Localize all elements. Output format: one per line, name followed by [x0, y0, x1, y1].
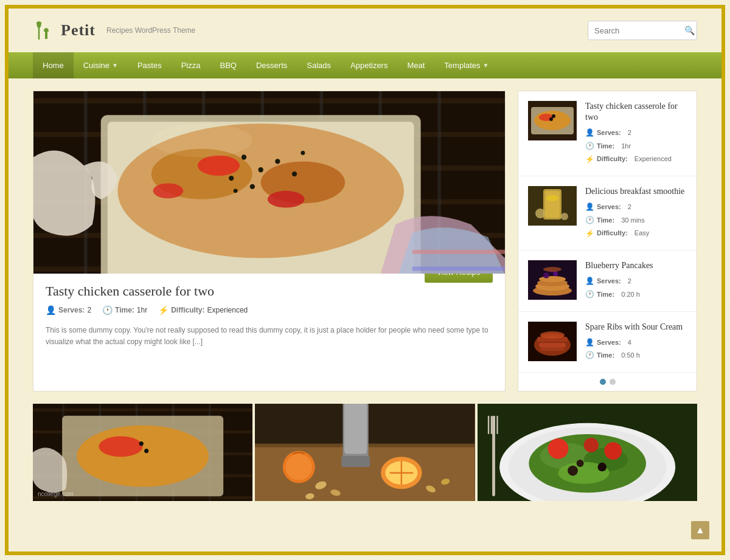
svg-point-22	[153, 183, 184, 198]
nav-item-home[interactable]: Home	[33, 52, 74, 78]
nav-item-pizza[interactable]: Pizza	[172, 52, 210, 78]
svg-rect-42	[545, 191, 560, 218]
svg-point-104	[568, 466, 578, 476]
svg-point-75	[139, 441, 144, 446]
chevron-down-icon-templates: ▼	[483, 62, 489, 69]
svg-point-27	[292, 171, 297, 176]
sidebar-recipe-4-title: Spare Ribs with Sour Cream	[585, 322, 687, 333]
nav-item-templates[interactable]: Templates▼	[434, 52, 498, 78]
nav-item-salads[interactable]: Salads	[297, 52, 341, 78]
nav-item-pastes[interactable]: Pastes	[128, 52, 172, 78]
sidebar-thumb-smoothie	[528, 186, 577, 226]
clock-icon: 🕐	[102, 305, 113, 315]
svg-point-24	[259, 167, 263, 172]
lightning-icon: ⚡	[585, 227, 594, 241]
clock-icon: 🕐	[585, 349, 594, 362]
featured-image	[33, 91, 505, 274]
person-icon: 👤	[585, 336, 594, 350]
svg-point-103	[583, 438, 598, 452]
watermark-1: ncollege.com	[38, 491, 74, 497]
svg-point-52	[553, 271, 558, 276]
sidebar-pagination	[518, 373, 697, 391]
sidebar-recipe-3-meta: 👤Serves: 2 🕐Time: 0:20 h	[585, 275, 687, 301]
site-title: Petit	[61, 21, 96, 40]
svg-rect-111	[496, 416, 498, 434]
sidebar-recipe-2-title: Delicious breakfast smoothie	[585, 186, 687, 197]
lightning-icon: ⚡	[585, 153, 594, 167]
header: Petit Recipes WordPress Theme 🔍	[9, 9, 721, 52]
svg-point-29	[301, 151, 305, 155]
nav-item-cuisine[interactable]: Cuisine▼	[74, 52, 128, 78]
sidebar-recipe-3-info: Blueberry Pancakes 👤Serves: 2 🕐Time: 0:2…	[585, 260, 687, 301]
serves-meta: 👤 Serves: 2	[46, 305, 91, 315]
bottom-thumb-2[interactable]	[255, 404, 474, 501]
svg-rect-109	[490, 416, 492, 434]
svg-rect-59	[540, 347, 565, 351]
person-icon: 👤	[585, 275, 594, 288]
person-icon: 👤	[585, 201, 594, 214]
person-icon: 👤	[585, 126, 594, 140]
svg-point-44	[535, 209, 545, 218]
svg-point-21	[268, 191, 305, 208]
lightning-icon: ⚡	[158, 305, 169, 315]
sidebar-recipe-4[interactable]: Spare Ribs with Sour Cream 👤Serves: 4 🕐T…	[518, 312, 697, 373]
sidebar-thumb-casserole	[528, 101, 577, 140]
svg-point-30	[234, 188, 238, 193]
svg-point-26	[275, 159, 280, 164]
pagination-dot-1[interactable]	[600, 379, 606, 385]
nav-item-meat[interactable]: Meat	[397, 52, 434, 78]
sidebar-recipe-1-title: Tasty chicken casserole for two	[585, 101, 687, 123]
back-to-top-button[interactable]: ▲	[691, 521, 709, 539]
svg-rect-82	[341, 456, 370, 467]
svg-point-28	[250, 184, 255, 189]
chevron-down-icon: ▼	[112, 62, 118, 69]
svg-point-106	[576, 460, 583, 467]
svg-rect-2	[33, 99, 505, 103]
logo-area: Petit Recipes WordPress Theme	[33, 19, 195, 41]
svg-point-105	[597, 463, 606, 471]
nav-item-bbq[interactable]: BBQ	[210, 52, 246, 78]
bottom-thumb-1[interactable]: ncollege.com	[33, 404, 252, 501]
svg-point-73	[77, 425, 209, 486]
main-container: Tasty chicken casserole for two View Rec…	[9, 78, 721, 404]
search-input[interactable]	[588, 22, 680, 40]
featured-meta: 👤 Serves: 2 🕐 Time: 1hr ⚡ Difficulty: Ex…	[46, 305, 493, 315]
svg-rect-58	[539, 343, 566, 347]
bottom-section: ncollege.com	[9, 404, 721, 513]
svg-point-38	[552, 114, 555, 118]
person-icon: 👤	[46, 305, 56, 315]
sidebar-recipe-2[interactable]: Delicious breakfast smoothie 👤Serves: 2 …	[518, 176, 697, 251]
difficulty-meta: ⚡ Difficulty: Experienced	[158, 305, 248, 315]
svg-point-51	[543, 272, 549, 278]
sidebar-recipe-2-meta: 👤Serves: 2 🕐Time: 30 mins ⚡Difficulty: E…	[585, 201, 687, 240]
svg-point-33	[151, 123, 252, 157]
sidebar-recipe-1[interactable]: Tasty chicken casserole for two 👤Serves:…	[518, 91, 697, 176]
sidebar-recipe-3[interactable]: Blueberry Pancakes 👤Serves: 2 🕐Time: 0:2…	[518, 251, 697, 311]
pagination-dot-2[interactable]	[610, 379, 616, 385]
svg-point-54	[543, 267, 561, 272]
svg-point-45	[561, 213, 568, 220]
svg-point-25	[229, 176, 234, 181]
svg-rect-62	[33, 409, 252, 412]
sidebar-recipe-1-meta: 👤Serves: 2 🕐Time: 1hr ⚡Difficulty: Exper…	[585, 126, 687, 166]
bottom-thumb-3[interactable]	[478, 404, 697, 501]
svg-point-60	[540, 331, 565, 339]
svg-point-43	[546, 195, 558, 201]
svg-point-50	[539, 276, 566, 282]
sidebar: Tasty chicken casserole for two 👤Serves:…	[518, 91, 697, 392]
nav-bar: Home Cuisine▼ Pastes Pizza BBQ Desserts …	[9, 52, 721, 78]
clock-icon: 🕐	[585, 140, 594, 153]
sidebar-recipe-4-meta: 👤Serves: 4 🕐Time: 0:50 h	[585, 336, 687, 362]
clock-icon: 🕐	[585, 214, 594, 227]
svg-rect-110	[493, 416, 495, 434]
search-button[interactable]: 🔍	[680, 21, 697, 40]
nav-item-appetizers[interactable]: Appetizers	[341, 52, 397, 78]
featured-description: This is some dummy copy. You're not real…	[46, 325, 493, 348]
svg-rect-108	[488, 416, 489, 434]
time-meta: 🕐 Time: 1hr	[102, 305, 147, 315]
nav-item-desserts[interactable]: Desserts	[246, 52, 297, 78]
svg-point-101	[548, 438, 568, 459]
sidebar-recipe-4-info: Spare Ribs with Sour Cream 👤Serves: 4 🕐T…	[585, 322, 687, 362]
featured-info: Tasty chicken casserole for two View Rec…	[33, 274, 505, 358]
sidebar-recipe-2-info: Delicious breakfast smoothie 👤Serves: 2 …	[585, 186, 687, 240]
